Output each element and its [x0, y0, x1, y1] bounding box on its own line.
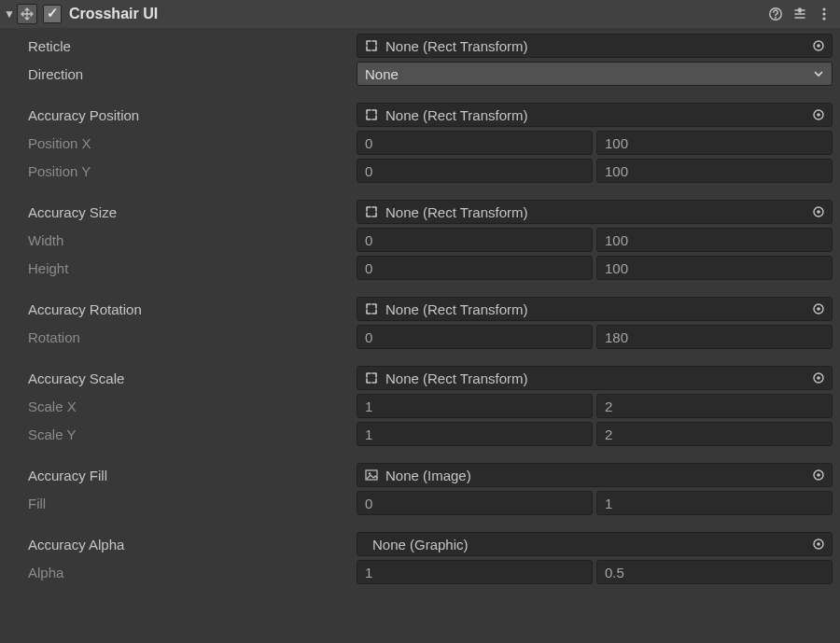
position-x-max[interactable]: 100	[596, 131, 833, 155]
label-accuracy-size: Accuracy Size	[7, 204, 353, 220]
label-width: Width	[7, 232, 353, 248]
object-picker-icon[interactable]	[809, 298, 828, 320]
object-picker-icon[interactable]	[809, 104, 828, 126]
accuracy-fill-object-field[interactable]: None (Image)	[357, 463, 833, 487]
alpha-min[interactable]: 1	[357, 560, 593, 584]
accuracy-alpha-object-field[interactable]: None (Graphic)	[357, 532, 833, 556]
foldout-toggle[interactable]: ▼	[2, 7, 17, 21]
label-alpha: Alpha	[7, 565, 353, 580]
help-icon[interactable]	[765, 4, 786, 24]
width-min[interactable]: 0	[357, 228, 593, 252]
component-header: ▼ Crosshair UI	[0, 0, 840, 28]
label-scale-y: Scale Y	[7, 426, 353, 442]
context-menu-icon[interactable]	[814, 4, 834, 24]
scale-y-max[interactable]: 2	[596, 422, 833, 446]
rect-transform-icon	[363, 370, 380, 386]
preset-icon[interactable]	[790, 4, 810, 24]
image-icon	[363, 467, 380, 483]
label-accuracy-alpha: Accuracy Alpha	[7, 537, 353, 552]
object-picker-icon[interactable]	[809, 35, 828, 57]
label-position-x: Position X	[7, 135, 353, 151]
label-accuracy-rotation: Accuracy Rotation	[7, 301, 353, 317]
label-accuracy-scale: Accuracy Scale	[7, 370, 353, 386]
scale-x-max[interactable]: 2	[596, 394, 833, 418]
height-max[interactable]: 100	[596, 256, 833, 280]
reticle-object-field[interactable]: None (Rect Transform)	[357, 34, 833, 58]
rotation-max[interactable]: 180	[596, 325, 833, 349]
fill-min[interactable]: 0	[357, 491, 593, 515]
object-picker-icon[interactable]	[809, 201, 828, 223]
label-direction: Direction	[7, 66, 353, 82]
object-picker-icon[interactable]	[809, 533, 828, 555]
accuracy-position-object-field[interactable]: None (Rect Transform)	[357, 103, 833, 127]
label-scale-x: Scale X	[7, 398, 353, 414]
accuracy-size-object-field[interactable]: None (Rect Transform)	[357, 200, 833, 224]
label-position-y: Position Y	[7, 163, 353, 179]
scale-x-min[interactable]: 1	[357, 394, 593, 418]
width-max[interactable]: 100	[596, 228, 833, 252]
fill-max[interactable]: 1	[596, 491, 833, 515]
label-fill: Fill	[7, 496, 353, 511]
object-picker-icon[interactable]	[809, 367, 828, 389]
label-height: Height	[7, 260, 353, 276]
accuracy-rotation-object-field[interactable]: None (Rect Transform)	[357, 297, 833, 321]
label-reticle: Reticle	[7, 38, 353, 54]
position-y-min[interactable]: 0	[357, 159, 593, 183]
label-accuracy-fill: Accuracy Fill	[7, 468, 353, 483]
rect-transform-icon	[363, 37, 380, 54]
position-x-min[interactable]: 0	[357, 131, 593, 155]
script-icon	[17, 4, 37, 24]
direction-dropdown[interactable]: None	[357, 62, 833, 86]
rect-transform-icon	[363, 301, 380, 317]
scale-y-min[interactable]: 1	[357, 422, 593, 446]
label-accuracy-position: Accuracy Position	[7, 107, 353, 123]
component-enabled-checkbox[interactable]	[43, 5, 62, 23]
position-y-max[interactable]: 100	[596, 159, 833, 183]
height-min[interactable]: 0	[357, 256, 593, 280]
component-title: Crosshair UI	[69, 6, 158, 22]
rect-transform-icon	[363, 203, 380, 220]
chevron-down-icon	[813, 66, 824, 82]
accuracy-scale-object-field[interactable]: None (Rect Transform)	[357, 366, 833, 390]
rect-transform-icon	[363, 106, 380, 123]
label-rotation: Rotation	[7, 329, 353, 345]
rotation-min[interactable]: 0	[357, 325, 593, 349]
alpha-max[interactable]: 0.5	[596, 560, 833, 584]
object-picker-icon[interactable]	[809, 464, 828, 486]
